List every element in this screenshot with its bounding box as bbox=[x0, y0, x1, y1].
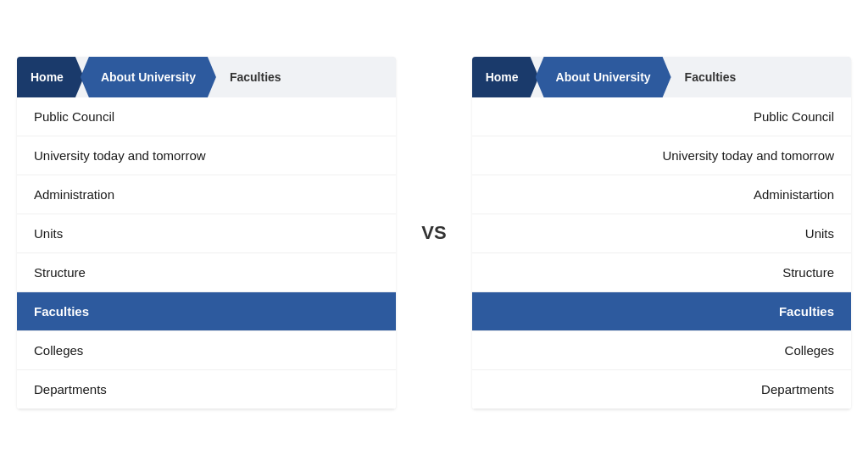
right-breadcrumb-home-label: Home bbox=[486, 70, 519, 84]
right-panel: Home About University Faculties Public C… bbox=[472, 57, 851, 409]
right-breadcrumb-home[interactable]: Home bbox=[472, 57, 539, 97]
right-breadcrumb-nav: Home About University Faculties bbox=[472, 57, 851, 97]
right-menu-item-6[interactable]: Colleges bbox=[472, 331, 851, 370]
right-menu-item-0[interactable]: Public Council bbox=[472, 97, 851, 136]
right-menu-item-4[interactable]: Structure bbox=[472, 253, 851, 292]
left-menu-item-5[interactable]: Faculties bbox=[17, 292, 396, 331]
left-breadcrumb-home[interactable]: Home bbox=[17, 57, 84, 97]
left-panel: Home About University Faculties Public C… bbox=[17, 57, 396, 409]
right-menu-item-3[interactable]: Units bbox=[472, 214, 851, 253]
left-breadcrumb-about[interactable]: About University bbox=[81, 57, 216, 97]
comparison-container: Home About University Faculties Public C… bbox=[0, 0, 868, 466]
right-breadcrumb-about[interactable]: About University bbox=[536, 57, 671, 97]
left-breadcrumb-faculties[interactable]: Faculties bbox=[220, 57, 292, 97]
left-breadcrumb-faculties-label: Faculties bbox=[230, 70, 281, 84]
left-menu-list: Public CouncilUniversity today and tomor… bbox=[17, 97, 396, 409]
right-breadcrumb-faculties-label: Faculties bbox=[685, 70, 737, 84]
right-menu-list: Public CouncilUniversity today and tomor… bbox=[472, 97, 851, 409]
right-menu-item-2[interactable]: Administartion bbox=[472, 175, 851, 214]
left-menu-item-6[interactable]: Colleges bbox=[17, 331, 396, 370]
right-breadcrumb-faculties[interactable]: Faculties bbox=[675, 57, 747, 97]
right-menu-item-7[interactable]: Departments bbox=[472, 370, 851, 409]
left-menu-item-7[interactable]: Departments bbox=[17, 370, 396, 409]
left-breadcrumb-home-label: Home bbox=[31, 70, 64, 84]
vs-separator: VS bbox=[404, 222, 463, 244]
left-menu-item-2[interactable]: Administration bbox=[17, 175, 396, 214]
right-menu-item-1[interactable]: University today and tomorrow bbox=[472, 136, 851, 175]
left-menu-item-0[interactable]: Public Council bbox=[17, 97, 396, 136]
right-menu-item-5[interactable]: Faculties bbox=[472, 292, 851, 331]
left-menu-item-4[interactable]: Structure bbox=[17, 253, 396, 292]
left-menu-item-1[interactable]: University today and tomorrow bbox=[17, 136, 396, 175]
left-breadcrumb-about-label: About University bbox=[101, 70, 196, 84]
right-breadcrumb-about-label: About University bbox=[556, 70, 651, 84]
left-breadcrumb-nav: Home About University Faculties bbox=[17, 57, 396, 97]
left-menu-item-3[interactable]: Units bbox=[17, 214, 396, 253]
